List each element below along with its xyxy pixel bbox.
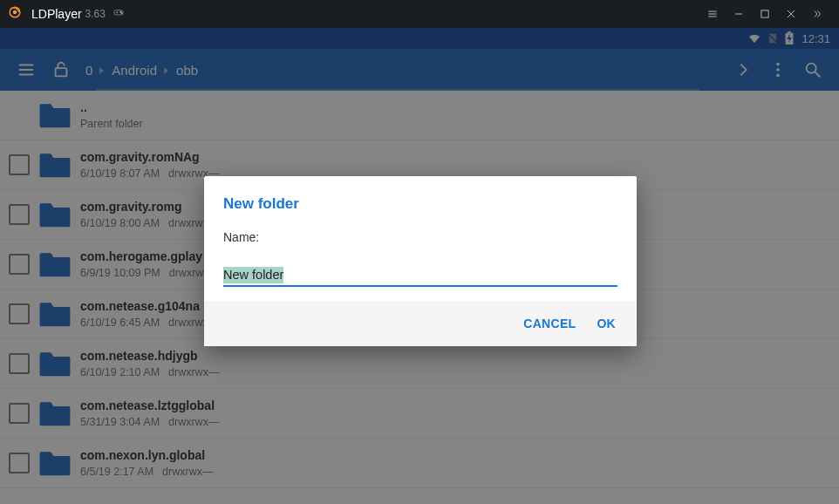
dialog-name-label: Name: — [223, 230, 617, 244]
dialog-title: New folder — [204, 176, 637, 223]
new-folder-dialog: New folder Name: New folder CANCEL OK — [204, 176, 637, 346]
app-version: 3.63 — [85, 8, 106, 20]
ok-button[interactable]: OK — [597, 317, 616, 330]
window-titlebar: LDPlayer 3.63 — [0, 0, 839, 28]
maximize-button[interactable] — [752, 0, 778, 28]
svg-rect-11 — [761, 10, 768, 17]
gamepad-icon — [113, 6, 125, 22]
svg-point-1 — [13, 10, 17, 14]
expand-sidebar-button[interactable] — [804, 0, 830, 28]
app-name: LDPlayer — [31, 7, 82, 21]
svg-point-6 — [121, 12, 122, 13]
folder-name-input-text[interactable]: New folder — [223, 267, 283, 283]
titlebar-menu-button[interactable] — [699, 0, 726, 28]
svg-point-5 — [120, 11, 121, 12]
minimize-button[interactable] — [726, 0, 752, 28]
close-button[interactable] — [778, 0, 804, 28]
folder-name-input[interactable]: New folder — [223, 267, 617, 287]
cancel-button[interactable]: CANCEL — [523, 317, 576, 330]
app-logo-icon — [9, 6, 24, 22]
